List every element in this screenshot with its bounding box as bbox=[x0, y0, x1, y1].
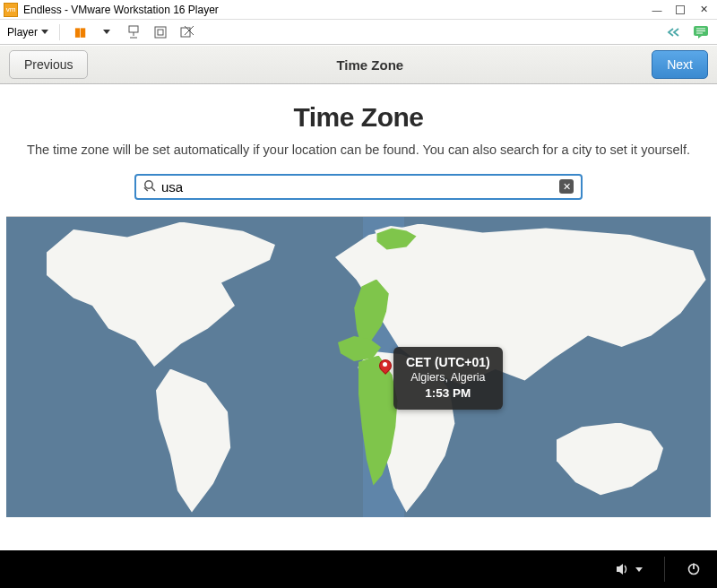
guest-bottom-bar bbox=[0, 550, 717, 588]
messages-icon[interactable] bbox=[692, 23, 710, 41]
search-icon bbox=[143, 179, 156, 195]
caret-down-icon bbox=[41, 30, 48, 34]
fullscreen-button[interactable] bbox=[151, 23, 169, 41]
vmware-app-icon: vm bbox=[4, 3, 18, 17]
svg-rect-5 bbox=[181, 28, 190, 37]
window-title: Endless - VMware Workstation 16 Player bbox=[23, 4, 647, 16]
svg-rect-0 bbox=[129, 26, 138, 32]
page-heading: Time Zone bbox=[27, 102, 690, 133]
svg-point-12 bbox=[145, 180, 152, 187]
location-pin-icon bbox=[379, 359, 392, 377]
svg-rect-4 bbox=[158, 30, 163, 35]
pause-vm-button[interactable]: ▮▮ bbox=[71, 23, 89, 41]
svg-line-14 bbox=[151, 187, 155, 191]
caret-down-icon bbox=[635, 567, 643, 572]
unity-button[interactable] bbox=[178, 23, 196, 41]
back-nav-icon[interactable] bbox=[665, 23, 683, 41]
setup-header-title: Time Zone bbox=[88, 57, 652, 73]
window-titlebar: vm Endless - VMware Workstation 16 Playe… bbox=[0, 0, 717, 20]
power-icon[interactable] bbox=[687, 562, 701, 576]
tooltip-time: 1:53 PM bbox=[406, 385, 490, 402]
setup-header-bar: Previous Time Zone Next bbox=[0, 45, 717, 84]
vmware-toolbar: Player ▮▮ bbox=[0, 20, 717, 45]
setup-content: Time Zone The time zone will be set auto… bbox=[0, 84, 717, 200]
player-menu[interactable]: Player bbox=[7, 26, 48, 39]
next-button[interactable]: Next bbox=[652, 50, 708, 79]
timezone-tooltip: CET (UTC+01) Algiers, Algeria 1:53 PM bbox=[393, 347, 503, 410]
close-button[interactable]: ✕ bbox=[694, 2, 713, 18]
timezone-map[interactable]: CET (UTC+01) Algiers, Algeria 1:53 PM bbox=[6, 216, 711, 517]
volume-icon[interactable] bbox=[616, 562, 643, 576]
tooltip-location: Algiers, Algeria bbox=[406, 370, 490, 385]
city-search-box[interactable]: ✕ bbox=[134, 174, 583, 200]
city-search-input[interactable] bbox=[161, 179, 559, 195]
send-ctrl-alt-del-button[interactable] bbox=[125, 23, 143, 41]
player-menu-label: Player bbox=[7, 26, 38, 39]
tooltip-tz-label: CET (UTC+01) bbox=[406, 354, 490, 371]
pause-dropdown[interactable] bbox=[98, 23, 116, 41]
restore-button[interactable] bbox=[670, 2, 690, 18]
minimize-button[interactable]: — bbox=[647, 2, 667, 18]
svg-rect-3 bbox=[155, 27, 166, 38]
page-description: The time zone will be set automatically … bbox=[27, 142, 690, 160]
previous-button[interactable]: Previous bbox=[9, 50, 88, 79]
clear-search-icon[interactable]: ✕ bbox=[559, 179, 574, 194]
